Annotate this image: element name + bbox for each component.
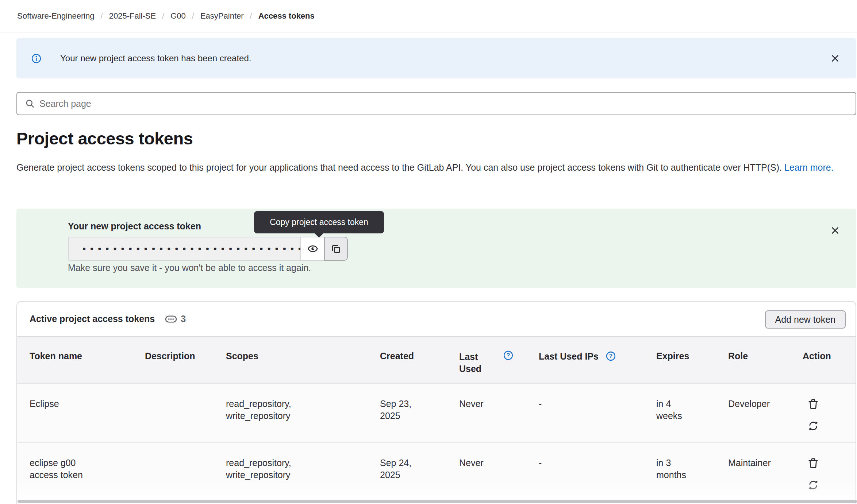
copy-icon (330, 243, 342, 255)
reveal-token-button[interactable] (300, 237, 324, 261)
column-header-expires: Expires (656, 337, 728, 384)
token-created-cell: Sep 24, 2025 (380, 443, 459, 502)
token-actions-cell (803, 384, 856, 443)
column-header-action: Action (803, 337, 856, 384)
column-header-last-used-label: Last Used (459, 351, 494, 375)
breadcrumb-item-g00[interactable]: G00 (170, 11, 186, 21)
breadcrumb-bar: Software-Engineering / 2025-Fall-SE / G0… (0, 0, 857, 32)
token-role-cell: Maintainer (728, 443, 803, 502)
breadcrumb-separator: / (101, 11, 103, 21)
active-tokens-card: Active project access tokens 3 Add new t… (16, 301, 856, 504)
token-scopes-cell: read_repository, write_repository (226, 384, 380, 443)
token-expires: in 4 weeks (656, 398, 691, 422)
svg-text:?: ? (609, 353, 612, 359)
column-header-created: Created (380, 337, 459, 384)
breadcrumb-separator: / (250, 11, 252, 21)
column-header-token-name: Token name (17, 337, 145, 384)
new-token-value-field[interactable]: •••••••••••••••••••••••••••••• (68, 237, 300, 261)
info-alert: Your new project access token has been c… (16, 38, 856, 78)
token-description-cell (145, 443, 226, 502)
breadcrumb-current-page: Access tokens (258, 11, 315, 21)
eye-icon (307, 243, 318, 254)
search-icon (25, 98, 35, 109)
token-last-used-cell: Never (459, 443, 539, 502)
token-scopes: read_repository, write_repository (226, 398, 317, 422)
token-pill-icon (165, 315, 177, 323)
revoke-token-button[interactable] (807, 457, 819, 470)
breadcrumb: Software-Engineering / 2025-Fall-SE / G0… (17, 11, 315, 21)
token-role-cell: Developer (728, 384, 803, 443)
token-last-used-ips-cell: - (539, 384, 656, 443)
column-header-last-used-ips-label: Last Used IPs (539, 351, 599, 361)
active-tokens-title: Active project access tokens (30, 314, 155, 324)
token-expires-cell: in 3 months (656, 443, 728, 502)
add-new-token-button[interactable]: Add new token (765, 310, 846, 329)
page-description: Generate project access tokens scoped to… (16, 160, 856, 175)
copy-token-button[interactable] (324, 237, 348, 261)
token-save-note: Make sure you save it - you won't be abl… (68, 263, 311, 273)
horizontal-scrollbar[interactable] (18, 500, 857, 503)
search-input[interactable] (39, 93, 856, 115)
learn-more-link[interactable]: Learn more. (784, 162, 834, 172)
trash-icon (807, 457, 819, 469)
search-box (16, 92, 856, 115)
info-icon (31, 53, 42, 64)
page-description-text: Generate project access tokens scoped to… (16, 162, 784, 172)
token-count: 3 (181, 314, 186, 324)
rotate-icon (807, 479, 819, 491)
token-row-eclipse-g00: eclipse g00 access token read_repository… (17, 443, 856, 502)
token-field-group: •••••••••••••••••••••••••••••• (68, 237, 348, 261)
column-header-role: Role (728, 337, 803, 384)
token-expires-cell: in 4 weeks (656, 384, 728, 443)
rotate-token-button[interactable] (807, 479, 819, 492)
tokens-table-header-row: Token name Description Scopes Created La… (17, 337, 856, 384)
breadcrumb-separator: / (192, 11, 194, 21)
column-header-last-used-ips: Last Used IPs ? (539, 337, 656, 384)
column-header-last-used: Last Used ? (459, 337, 539, 384)
copy-token-tooltip-text: Copy project access token (270, 217, 368, 227)
close-icon (830, 53, 841, 64)
info-alert-close-button[interactable] (827, 50, 843, 66)
svg-text:?: ? (507, 352, 510, 358)
active-tokens-card-header: Active project access tokens 3 Add new t… (17, 302, 856, 337)
token-created: Sep 24, 2025 (380, 457, 422, 481)
rotate-token-button[interactable] (807, 420, 819, 433)
breadcrumb-item-group[interactable]: Software-Engineering (17, 11, 95, 21)
token-count-badge: 3 (165, 314, 186, 324)
token-created-cell: Sep 23, 2025 (380, 384, 459, 443)
token-expires: in 3 months (656, 457, 691, 481)
token-actions-cell (803, 443, 856, 502)
token-name-cell: Eclipse (17, 384, 145, 443)
token-scopes-cell: read_repository, write_repository (226, 443, 380, 502)
breadcrumb-item-project[interactable]: EasyPainter (200, 11, 244, 21)
token-scopes: read_repository, write_repository (226, 457, 317, 481)
token-created: Sep 23, 2025 (380, 398, 422, 422)
column-header-scopes: Scopes (226, 337, 380, 384)
tokens-table: Token name Description Scopes Created La… (17, 337, 856, 502)
token-last-used-ips-cell: - (539, 443, 656, 502)
rotate-icon (807, 420, 819, 432)
page-title: Project access tokens (16, 128, 193, 148)
token-name: eclipse g00 access token (30, 457, 99, 481)
copy-token-tooltip: Copy project access token (254, 211, 384, 233)
new-token-alert-close-button[interactable] (827, 222, 843, 239)
token-last-used-cell: Never (459, 384, 539, 443)
tooltip-arrow (314, 228, 323, 237)
new-token-alert-title: Your new project access token (68, 221, 201, 232)
token-row-eclipse: Eclipse read_repository, write_repositor… (17, 384, 856, 443)
breadcrumb-separator: / (162, 11, 164, 21)
close-icon (830, 225, 841, 236)
token-description-cell (145, 384, 226, 443)
column-header-description: Description (145, 337, 226, 384)
help-icon[interactable]: ? (606, 351, 616, 361)
revoke-token-button[interactable] (807, 398, 819, 411)
help-icon[interactable]: ? (503, 350, 514, 361)
token-name-cell: eclipse g00 access token (17, 443, 145, 502)
trash-icon (807, 398, 819, 410)
new-token-alert: Your new project access token ••••••••••… (16, 209, 856, 288)
breadcrumb-item-subgroup[interactable]: 2025-Fall-SE (109, 11, 156, 21)
token-name: Eclipse (30, 398, 59, 410)
info-alert-message: Your new project access token has been c… (60, 53, 251, 63)
